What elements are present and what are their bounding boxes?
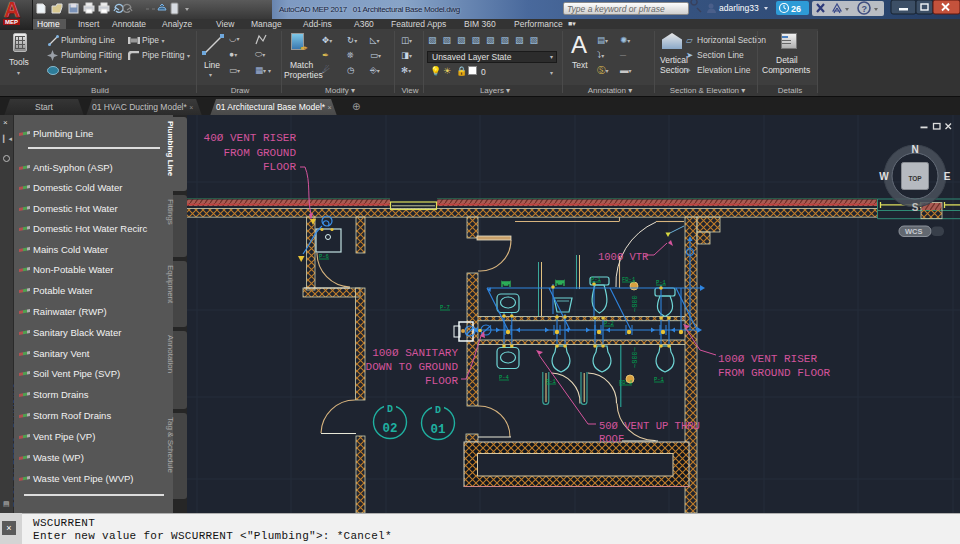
svg-text:?: ? <box>862 4 868 14</box>
svg-text:∼800: ∼800 <box>631 295 639 312</box>
svg-text:26: 26 <box>791 4 801 14</box>
svg-text:100Ø VTR: 100Ø VTR <box>598 251 649 263</box>
svg-text:∼800∼: ∼800∼ <box>631 347 639 368</box>
svg-text:FLOOR: FLOOR <box>263 161 296 173</box>
svg-text:100Ø SANITARY: 100Ø SANITARY <box>372 347 458 359</box>
svg-text:TOP: TOP <box>908 175 922 182</box>
svg-text:50Ø VENT UP THRU: 50Ø VENT UP THRU <box>599 420 700 432</box>
svg-text:FROM GROUND: FROM GROUND <box>223 147 296 159</box>
svg-text:N: N <box>911 144 918 155</box>
svg-text:WCS: WCS <box>905 227 923 236</box>
svg-text:01: 01 <box>430 423 445 437</box>
svg-text:E: E <box>944 171 951 182</box>
svg-text:W: W <box>879 171 889 182</box>
svg-text:FROM GROUND FLOOR: FROM GROUND FLOOR <box>718 367 831 379</box>
svg-text:40Ø VENT RISER: 40Ø VENT RISER <box>204 132 297 144</box>
svg-text:FLOOR: FLOOR <box>425 375 458 387</box>
svg-text:100Ø VENT RISER: 100Ø VENT RISER <box>718 353 817 365</box>
svg-text:D: D <box>435 405 441 416</box>
svg-text:DOWN TO GROUND: DOWN TO GROUND <box>366 361 459 373</box>
svg-text:D: D <box>387 404 393 415</box>
svg-text:ROOF: ROOF <box>599 433 624 445</box>
svg-text:02: 02 <box>382 422 397 436</box>
svg-text:S: S <box>912 202 919 213</box>
svg-text:adarling33: adarling33 <box>719 3 759 13</box>
